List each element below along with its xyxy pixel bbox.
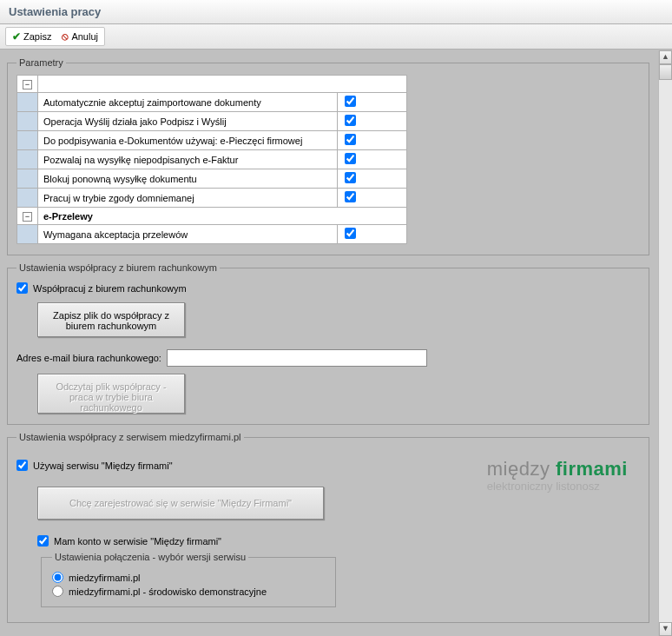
parameters-legend: Parametry (16, 57, 66, 68)
cancel-button[interactable]: ⦸ Anuluj (56, 29, 103, 44)
table-row: Operacja Wyślij działa jako Podpisz i Wy… (17, 112, 407, 131)
email-field[interactable] (167, 349, 427, 367)
toolbar: ✔ Zapisz ⦸ Anuluj (0, 24, 672, 50)
param-label: Do podpisywania e-Dokumentów używaj: e-P… (38, 131, 338, 150)
cancel-button-label: Anuluj (71, 31, 98, 42)
table-row: Pracuj w trybie zgody domniemanej (17, 189, 407, 208)
content-area: Parametry − Automatycznie akceptuj zaimp… (0, 50, 658, 636)
param-label: Automatycznie akceptuj zaimportowane dok… (38, 93, 338, 112)
collapse-icon[interactable]: − (23, 212, 32, 222)
email-label: Adres e-mail biura rachunkowego: (16, 353, 161, 363)
param-checkbox[interactable] (345, 228, 356, 239)
mf-logo: między firmami elektroniczny listonosz (487, 458, 628, 493)
table-row: Blokuj ponowną wysyłkę dokumentu (17, 169, 407, 189)
accounting-group: Ustawienia współpracy z biurem rachunkow… (7, 262, 649, 425)
register-button: Chcę zarejestrować się w serwisie "Międz… (37, 487, 324, 520)
conn-opt2-radio[interactable] (52, 586, 63, 597)
save-file-button[interactable]: Zapisz plik do współpracy z biurem rachu… (37, 302, 185, 337)
section-title: e-Przelewy (38, 208, 407, 225)
use-service-label: Używaj serwisu "Między firmami" (33, 460, 173, 471)
read-file-button: Odczytaj plik współpracy - praca w trybi… (37, 374, 185, 414)
table-row: Do podpisywania e-Dokumentów używaj: e-P… (17, 131, 407, 150)
mf-group: Ustawienia współpracy z serwisem miedzyf… (7, 432, 649, 623)
save-button[interactable]: ✔ Zapisz (7, 29, 56, 44)
table-row: Pozwalaj na wysyłkę niepodpisanych e-Fak… (17, 150, 407, 169)
save-button-label: Zapisz (23, 31, 51, 42)
window-title: Ustawienia pracy (0, 0, 672, 24)
table-row: Wymagana akceptacja przelewów (17, 225, 407, 244)
accounting-legend: Ustawienia współpracy z biurem rachunkow… (16, 262, 220, 273)
table-row: − e-Przelewy (17, 208, 407, 225)
logo-word2: firmami (556, 458, 628, 480)
cooperate-label: Współpracuj z biurem rachunkowym (33, 283, 187, 294)
use-service-checkbox[interactable] (16, 460, 28, 471)
cooperate-checkbox[interactable] (16, 282, 28, 294)
scroll-up-button[interactable]: ▲ (659, 50, 672, 64)
connection-legend: Ustawienia połączenia - wybór wersji ser… (52, 552, 248, 562)
cancel-icon: ⦸ (62, 30, 69, 43)
mf-legend: Ustawienia współpracy z serwisem miedzyf… (16, 432, 244, 442)
conn-opt1-radio[interactable] (52, 572, 63, 583)
vertical-scrollbar[interactable]: ▲ ▼ (658, 50, 672, 636)
param-checkbox[interactable] (345, 96, 356, 107)
parameters-table: − Automatycznie akceptuj zaimportowane d… (16, 75, 407, 244)
param-label: Pozwalaj na wysyłkę niepodpisanych e-Fak… (38, 150, 338, 169)
param-checkbox[interactable] (345, 134, 356, 145)
conn-opt1-label: miedzyfirmami.pl (69, 573, 141, 583)
parameters-group: Parametry − Automatycznie akceptuj zaimp… (7, 57, 649, 255)
scroll-down-button[interactable]: ▼ (659, 622, 672, 636)
table-row: − (17, 76, 407, 93)
have-account-checkbox[interactable] (37, 535, 49, 547)
have-account-label: Mam konto w serwisie "Między firmami" (54, 536, 221, 547)
logo-sub: elektroniczny listonosz (487, 480, 628, 493)
table-row: Automatycznie akceptuj zaimportowane dok… (17, 93, 407, 112)
param-checkbox[interactable] (345, 191, 356, 202)
param-checkbox[interactable] (345, 115, 356, 126)
param-label: Pracuj w trybie zgody domniemanej (38, 189, 338, 208)
connection-group: Ustawienia połączenia - wybór wersji ser… (41, 552, 336, 607)
param-label: Blokuj ponowną wysyłkę dokumentu (38, 169, 338, 189)
param-label: Wymagana akceptacja przelewów (38, 225, 338, 244)
toolbar-group: ✔ Zapisz ⦸ Anuluj (5, 27, 105, 46)
param-label: Operacja Wyślij działa jako Podpisz i Wy… (38, 112, 338, 131)
scroll-thumb[interactable] (659, 64, 672, 80)
check-icon: ✔ (12, 30, 21, 43)
logo-word1: między (487, 458, 550, 480)
collapse-icon[interactable]: − (23, 80, 32, 89)
param-checkbox[interactable] (345, 172, 356, 183)
param-checkbox[interactable] (345, 153, 356, 164)
conn-opt2-label: miedzyfirmami.pl - środowisko demonstrac… (69, 586, 267, 597)
